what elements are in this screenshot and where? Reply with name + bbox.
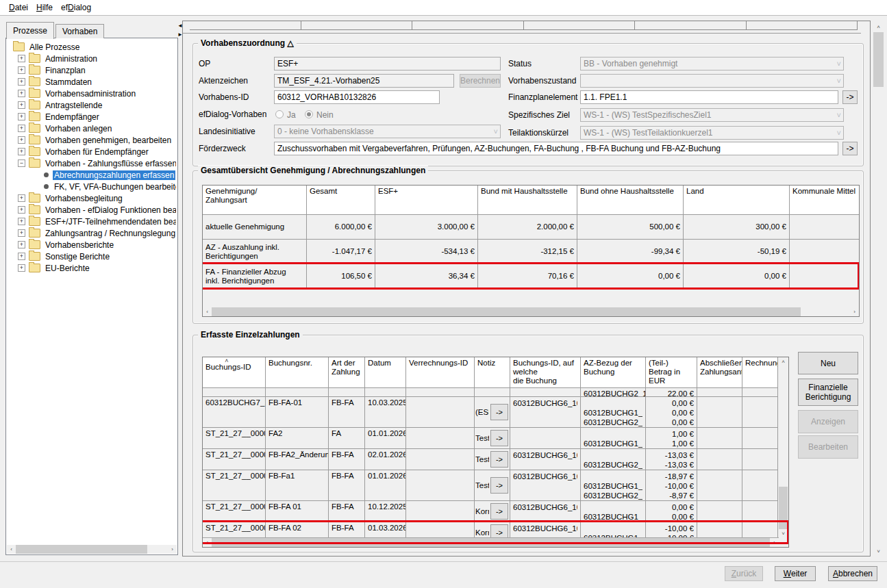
expand-plus-icon[interactable]: + (18, 78, 25, 86)
column-header-gesamt[interactable]: Gesamt (307, 186, 375, 214)
foerderzweck-open-button[interactable]: -> (842, 142, 858, 155)
menu-item-hilfe[interactable]: Hilfe (32, 1, 57, 14)
column-header-kommunale-mittel[interactable]: Kommunale Mittel (790, 186, 860, 214)
expand-plus-icon[interactable]: + (18, 241, 25, 248)
scroll-up-icon[interactable]: ˄ (873, 22, 884, 32)
table-row[interactable]: ST_21_27__000000FB-FA 01FB-FA10.12.2025K… (203, 501, 788, 522)
column-header-buchungs-id-auf[interactable]: Buchungs-ID, auf welche die Buchung (510, 357, 581, 387)
tree-item-abrechnungszahlungen-erfassen[interactable]: Abrechnungszahlungen erfassen (8, 169, 176, 181)
column-header-rechnung[interactable]: Rechnung (742, 357, 778, 387)
scrollbar-thumb[interactable] (212, 538, 770, 547)
foerderzweck-field[interactable]: Zuschussvorhaben mit Vergabeverfahren, P… (274, 142, 838, 155)
op-field[interactable]: ESF+ (274, 57, 501, 71)
finanzplanelement-field[interactable]: 1.1. FPE1.1 (580, 90, 838, 104)
scroll-down-icon[interactable]: ˅ (779, 529, 788, 538)
table-row[interactable]: FA - Finanzieller Abzug inkl. Berichtigu… (203, 264, 859, 289)
tree-item-vorhaben-efdialog-funktionen-bearbeiten[interactable]: +Vorhaben - efDialog Funktionen bearbeit… (8, 204, 176, 216)
vorhabens-id-field[interactable]: 60312_VORHAB10132826 (274, 90, 440, 104)
notiz-open-button[interactable]: -> (490, 503, 508, 520)
tree-item-zahlungsantrag-rechnungslegung[interactable]: +Zahlungsantrag / Rechnungslegung (8, 227, 176, 239)
scroll-right-icon[interactable]: › (850, 307, 859, 316)
tree-item-eu-berichte[interactable]: +EU-Berichte (8, 262, 176, 274)
finanzielle-berichtigung-button[interactable]: Finanzielle Berichtigung (798, 379, 858, 406)
tab-vorhaben[interactable]: Vorhaben (55, 24, 104, 38)
expand-plus-icon[interactable]: + (18, 194, 25, 202)
table-row[interactable]: aktuelle Genehmigung6.000,00 €3.000,00 €… (203, 215, 859, 240)
scrollbar-thumb[interactable] (212, 307, 801, 316)
expand-plus-icon[interactable]: + (18, 113, 25, 120)
expand-plus-icon[interactable]: + (18, 55, 25, 62)
scroll-up-icon[interactable]: ˄ (779, 357, 788, 366)
expand-plus-icon[interactable]: + (18, 101, 25, 109)
weiter-button[interactable]: Weiter (775, 566, 816, 581)
scroll-down-icon[interactable]: ˅ (873, 546, 884, 557)
finanzplanelement-open-button[interactable]: -> (842, 90, 858, 104)
scroll-left-icon[interactable]: ‹ (203, 307, 212, 316)
table-row[interactable]: ST_21_27__000000FA2FA01.01.2026Test->603… (203, 428, 788, 449)
table-row-partial[interactable]: 60312BUCHG2_101322,00 € (203, 388, 788, 397)
expand-plus-icon[interactable]: + (18, 136, 25, 144)
notiz-open-button[interactable]: -> (490, 430, 508, 446)
tree-item-vorhaben-anlegen[interactable]: +Vorhaben anlegen (8, 123, 176, 134)
scrollbar-thumb[interactable] (779, 487, 788, 529)
column-header-verrechnungs-id[interactable]: Verrechnungs-ID (406, 357, 475, 387)
table-row[interactable]: ST_21_27__000000FB-FA2_ÄnderungFB-FA02.0… (203, 449, 788, 470)
expand-plus-icon[interactable]: + (18, 218, 25, 225)
scroll-right-icon[interactable]: › (770, 538, 779, 547)
column-header-bund-mit-haushaltsstelle[interactable]: Bund mit Haushaltsstelle (478, 186, 577, 214)
notiz-open-button[interactable]: -> (490, 451, 508, 468)
tree-item-esf-jtf-teilnehmendendaten-bearbeiten[interactable]: +ESF+/JTF-Teilnehmendendaten bearbeiten (8, 216, 176, 227)
expand-plus-icon[interactable]: + (18, 90, 25, 97)
payments-vertical-scrollbar[interactable]: ˄ ˅ (777, 357, 788, 538)
tree-item-stammdaten[interactable]: +Stammdaten (8, 76, 176, 88)
tree-item-vorhaben-zahlungsfl-sse-erfassen[interactable]: −Vorhaben - Zahlungsflüsse erfassen (8, 157, 176, 169)
tree-item-vorhabensberichte[interactable]: +Vorhabensberichte (8, 239, 176, 251)
tree-item-vorhaben-genehmigen-bearbeiten[interactable]: +Vorhaben genehmigen, bearbeiten (8, 134, 176, 146)
tree-item-administration[interactable]: +Administration (8, 53, 176, 64)
expand-plus-icon[interactable]: + (18, 206, 25, 214)
tree-item-finanzplan[interactable]: +Finanzplan (8, 64, 176, 76)
notiz-open-button[interactable]: -> (490, 404, 508, 420)
tree-item-fk-vf-vfa-buchungen-bearbeiten[interactable]: FK, VF, VFA-Buchungen bearbeiten (8, 181, 176, 192)
scroll-left-icon[interactable]: ‹ (7, 545, 16, 554)
column-header-art-der[interactable]: Art der Zahlung (329, 357, 365, 387)
column-header-bund-ohne-haushaltsstelle[interactable]: Bund ohne Haushaltsstelle (577, 186, 684, 214)
column-header-datum[interactable]: Datum (365, 357, 406, 387)
column-header-teil[interactable]: (Teil-) Betrag in EUR (646, 357, 697, 387)
scrollbar-thumb[interactable] (16, 545, 147, 554)
column-header-buchungsnr[interactable]: Buchungsnr. (266, 357, 329, 387)
main-vertical-scrollbar[interactable]: ˄ ˅ (873, 22, 884, 557)
column-header-buchungs-id[interactable]: ˄Buchungs-ID (203, 357, 266, 387)
tree-item-sonstige-berichte[interactable]: +Sonstige Berichte (8, 251, 176, 262)
tree-item-vorhabensadministration[interactable]: +Vorhabensadministration (8, 88, 176, 99)
expand-plus-icon[interactable]: + (18, 125, 25, 132)
tree-item-vorhaben-f-r-endempf-nger[interactable]: +Vorhaben für Endempfänger (8, 146, 176, 157)
payments-horizontal-scrollbar[interactable]: ‹ › (203, 537, 779, 547)
menu-item-datei[interactable]: Datei (5, 1, 32, 14)
tab-prozesse[interactable]: Prozesse (6, 22, 54, 39)
column-header-abschlie-ende[interactable]: Abschließende Zahlungsantra (697, 357, 742, 387)
tree-item-vorhabensbegleitung[interactable]: +Vorhabensbegleitung (8, 192, 176, 204)
column-header-az-bezug-der[interactable]: AZ-Bezug der Buchung (581, 357, 646, 387)
expand-plus-icon[interactable]: + (18, 66, 25, 74)
expand-plus-icon[interactable]: + (18, 253, 25, 260)
expand-plus-icon[interactable]: + (18, 148, 25, 155)
tree-item-endempf-nger[interactable]: +Endempfänger (8, 111, 176, 123)
table-row[interactable]: AZ - Auszahlung inkl. Berichtigungen-1.0… (203, 240, 859, 264)
tree-item-antragstellende[interactable]: +Antragstellende (8, 99, 176, 111)
column-header-land[interactable]: Land (684, 186, 790, 214)
abbrechen-button[interactable]: Abbrechen (828, 566, 877, 581)
tree-item-alle-prozesse[interactable]: Alle Prozesse (8, 41, 176, 53)
expand-plus-icon[interactable]: + (18, 264, 25, 272)
neu-button[interactable]: Neu (798, 352, 858, 374)
scroll-right-icon[interactable]: › (168, 545, 177, 554)
table-row[interactable]: ST_21_27__000000FB-Fa1FB-FA01.01.2026Tes… (203, 470, 788, 501)
scroll-left-icon[interactable]: ‹ (203, 538, 212, 547)
notiz-open-button[interactable]: -> (490, 477, 508, 494)
menu-item-efdialog[interactable]: efDialog (57, 1, 95, 14)
tree-horizontal-scrollbar[interactable]: ‹ › (7, 545, 177, 554)
collapse-minus-icon[interactable]: − (18, 159, 25, 167)
expand-plus-icon[interactable]: + (18, 229, 25, 237)
column-header-genehmigung[interactable]: Genehmigung/ Zahlungsart (203, 186, 307, 214)
table-row[interactable]: 60312BUCHG7_1013FB-FA-01FB-FA10.03.2025(… (203, 397, 788, 428)
